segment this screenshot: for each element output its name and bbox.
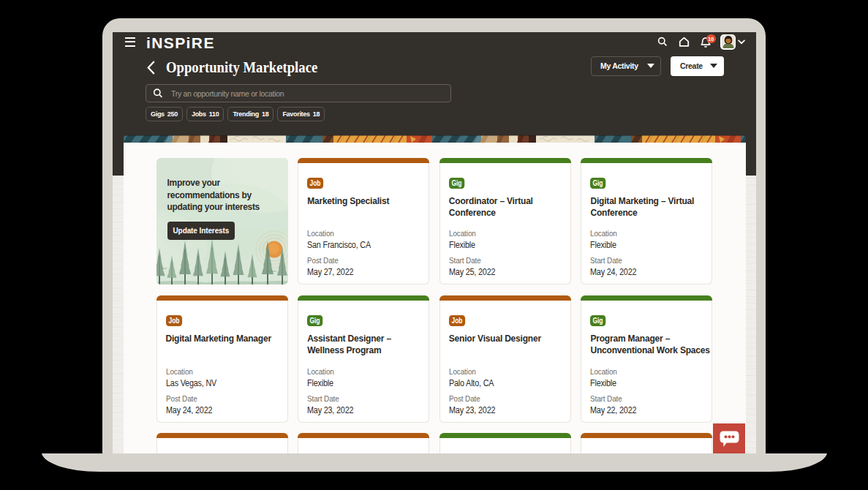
menu-icon[interactable] bbox=[125, 37, 135, 47]
date-value: May 23, 2022 bbox=[307, 405, 409, 415]
location-value: Palo Alto, CA bbox=[449, 378, 551, 388]
chip-count: 110 bbox=[209, 110, 219, 118]
promo-text: Improve your recommendations by updating… bbox=[156, 158, 288, 214]
opportunity-card-partial[interactable] bbox=[156, 433, 288, 453]
location-value: Las Vegas, NV bbox=[166, 378, 268, 388]
opportunity-card[interactable]: Job Digital Marketing Manager Location L… bbox=[156, 295, 288, 423]
app-header: iNSPiRE bbox=[113, 32, 756, 135]
location-label: Location bbox=[590, 229, 692, 238]
opportunity-card-partial[interactable] bbox=[439, 433, 571, 453]
avatar[interactable] bbox=[720, 34, 736, 50]
decorative-banner bbox=[124, 135, 746, 143]
chip-label: Trending bbox=[233, 110, 259, 118]
opportunity-card[interactable]: Gig Coordinator – Virtual Conference Loc… bbox=[439, 158, 571, 284]
create-caret-icon bbox=[710, 64, 717, 68]
card-accent-bar bbox=[156, 295, 288, 301]
location-label: Location bbox=[307, 229, 409, 238]
back-icon[interactable] bbox=[147, 61, 155, 75]
date-value: May 27, 2022 bbox=[307, 267, 409, 277]
update-interests-button[interactable]: Update Interests bbox=[167, 222, 235, 240]
chip-count: 250 bbox=[167, 110, 178, 118]
create-button[interactable]: Create bbox=[671, 56, 724, 76]
date-value: May 23, 2022 bbox=[449, 405, 551, 415]
filter-chip[interactable]: Gigs 250 bbox=[146, 107, 183, 121]
page-title: Opportunity Marketplace bbox=[166, 58, 527, 77]
date-label: Post Date bbox=[166, 394, 268, 404]
location-label: Location bbox=[449, 229, 551, 238]
stage: iNSPiRE bbox=[0, 0, 868, 490]
card-accent-bar bbox=[298, 158, 429, 163]
card-accent-bar bbox=[439, 295, 571, 301]
card-type-badge: Gig bbox=[307, 315, 322, 326]
laptop-bezel: iNSPiRE bbox=[102, 18, 766, 470]
opportunity-card-partial[interactable] bbox=[581, 433, 712, 453]
date-label: Start Date bbox=[449, 256, 551, 265]
chat-button[interactable] bbox=[713, 423, 745, 453]
search-bar[interactable] bbox=[146, 84, 451, 102]
card-accent-bar bbox=[298, 433, 429, 438]
card-accent-bar bbox=[581, 295, 712, 301]
date-label: Post Date bbox=[449, 394, 551, 404]
home-icon[interactable] bbox=[679, 37, 690, 48]
my-activity-caret-icon bbox=[647, 64, 654, 68]
location-label: Location bbox=[307, 367, 409, 377]
notifications-icon[interactable]: 10 bbox=[701, 37, 711, 48]
chip-count: 18 bbox=[262, 110, 268, 118]
card-type-badge: Job bbox=[449, 315, 465, 326]
date-value: May 25, 2022 bbox=[449, 267, 551, 277]
filter-chips: Gigs 250 Jobs 110 Trending 18 Favorites … bbox=[146, 107, 756, 121]
card-accent-bar bbox=[439, 158, 571, 163]
chip-count: 18 bbox=[313, 110, 320, 118]
location-value: Flexible bbox=[307, 378, 409, 388]
filter-chip[interactable]: Trending 18 bbox=[227, 107, 273, 121]
laptop-base bbox=[42, 453, 827, 473]
filter-chip[interactable]: Jobs 110 bbox=[186, 107, 224, 121]
date-label: Start Date bbox=[590, 394, 692, 404]
topbar-icons: 10 bbox=[657, 34, 745, 50]
opportunity-card[interactable]: Job Senior Visual Designer Location Palo… bbox=[439, 295, 571, 423]
my-activity-button[interactable]: My Activity bbox=[591, 56, 661, 76]
card-title: Assistant Designer – Wellness Program bbox=[307, 333, 427, 356]
date-value: May 24, 2022 bbox=[166, 405, 268, 415]
search-input[interactable] bbox=[171, 89, 444, 98]
cards-panel: Improve your recommendations by updating… bbox=[124, 143, 746, 453]
card-title: Digital Marketing Manager bbox=[166, 333, 286, 345]
opportunity-card-partial[interactable] bbox=[298, 433, 429, 453]
date-value: May 22, 2022 bbox=[590, 405, 692, 415]
chip-label: Gigs bbox=[151, 110, 165, 118]
card-accent-bar bbox=[439, 433, 571, 438]
location-value: Flexible bbox=[590, 240, 692, 250]
card-title: Marketing Specialist bbox=[307, 196, 427, 208]
opportunity-card[interactable]: Gig Assistant Designer – Wellness Progra… bbox=[298, 295, 429, 423]
card-title: Digital Marketing – Virtual Conference bbox=[590, 196, 710, 219]
location-value: Flexible bbox=[590, 378, 692, 388]
card-accent-bar bbox=[581, 158, 712, 163]
card-accent-bar bbox=[581, 433, 712, 438]
date-label: Post Date bbox=[307, 256, 409, 265]
opportunity-card[interactable]: Job Marketing Specialist Location San Fr… bbox=[298, 158, 429, 284]
opportunity-card[interactable]: Gig Digital Marketing – Virtual Conferen… bbox=[581, 158, 712, 284]
app-logo: iNSPiRE bbox=[146, 35, 215, 50]
location-label: Location bbox=[590, 367, 692, 377]
promo-card: Improve your recommendations by updating… bbox=[156, 158, 288, 284]
date-label: Start Date bbox=[307, 394, 409, 404]
filter-chip[interactable]: Favorites 18 bbox=[277, 107, 325, 121]
card-title: Program Manager – Unconventional Work Sp… bbox=[590, 333, 710, 356]
title-row: Opportunity Marketplace My Activity Crea… bbox=[113, 51, 756, 78]
content-area: Improve your recommendations by updating… bbox=[113, 135, 756, 453]
chevron-down-icon[interactable] bbox=[738, 39, 745, 45]
topbar: iNSPiRE bbox=[113, 32, 756, 51]
opportunity-card[interactable]: Gig Program Manager – Unconventional Wor… bbox=[581, 295, 712, 423]
search-icon[interactable] bbox=[657, 37, 668, 47]
create-label: Create bbox=[680, 61, 703, 70]
cards-row-2: Job Digital Marketing Manager Location L… bbox=[156, 295, 713, 423]
date-value: May 24, 2022 bbox=[590, 267, 692, 277]
cards-row-1: Improve your recommendations by updating… bbox=[156, 158, 713, 284]
search-input-icon bbox=[153, 88, 163, 99]
chip-label: Jobs bbox=[192, 110, 206, 118]
card-type-badge: Gig bbox=[590, 315, 605, 326]
date-label: Start Date bbox=[590, 256, 692, 265]
location-label: Location bbox=[166, 367, 268, 377]
card-accent-bar bbox=[298, 295, 429, 301]
my-activity-label: My Activity bbox=[600, 61, 638, 70]
